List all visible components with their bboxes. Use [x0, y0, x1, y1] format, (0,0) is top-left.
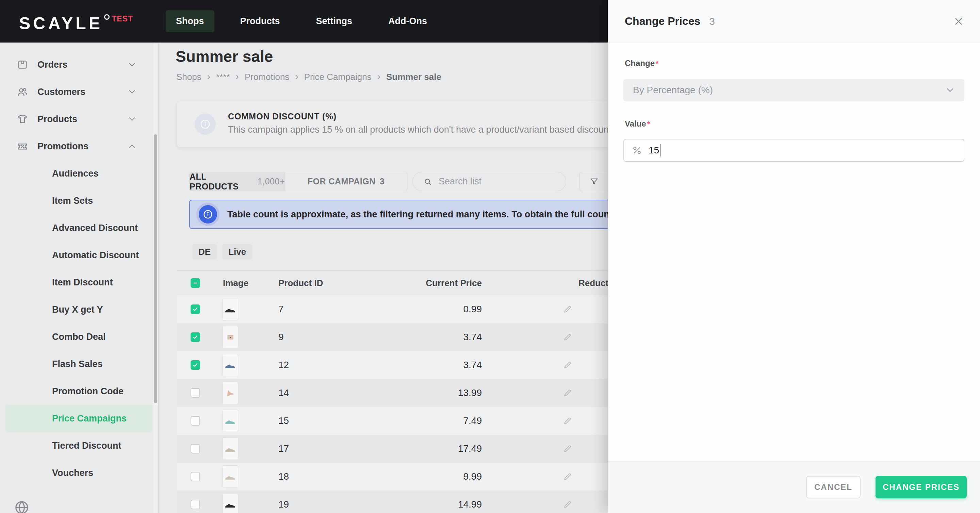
table-row: 1914.99 [177, 491, 663, 513]
select-all-checkbox[interactable] [191, 278, 200, 288]
row-checkbox[interactable] [191, 500, 200, 509]
edit-price-button[interactable] [560, 386, 575, 400]
page-title: Summer sale [176, 47, 273, 66]
globe-icon[interactable] [14, 499, 30, 513]
sidebar-item-flash-sales[interactable]: Flash Sales [5, 350, 153, 378]
sidebar-item-price-campaigns[interactable]: Price Campaigns [5, 405, 153, 432]
edit-price-button[interactable] [560, 469, 575, 484]
value-input-field[interactable]: 15 [624, 139, 964, 162]
sidebar-scrollbar-thumb[interactable] [154, 134, 157, 403]
change-select[interactable]: By Percentage (%) [624, 79, 964, 102]
breadcrumb-separator-icon: › [207, 71, 210, 82]
text-cursor [660, 144, 660, 156]
chevron-down-icon [127, 87, 137, 97]
tab-for-campaign[interactable]: FOR CAMPAIGN3 [285, 172, 407, 191]
scayle-logo-text: SCAYLE [19, 15, 103, 32]
shop-context-chips: DELive [192, 244, 252, 260]
top-nav-add-ons[interactable]: Add-Ons [378, 10, 437, 32]
product-photo [223, 493, 238, 513]
chevron-down-icon [127, 114, 137, 124]
search-input[interactable] [439, 176, 554, 187]
edit-price-button[interactable] [560, 330, 575, 345]
top-nav-products[interactable]: Products [230, 10, 290, 32]
row-checkbox[interactable] [191, 416, 200, 426]
sidebar-item-buy-x-get-y[interactable]: Buy X get Y [5, 296, 153, 323]
sidebar-section-customers[interactable]: Customers [0, 78, 158, 105]
sidebar: OrdersCustomersProductsPromotionsAudienc… [0, 43, 159, 513]
percent-icon [632, 145, 643, 156]
breadcrumb-item-promotions[interactable]: Promotions [245, 72, 290, 82]
table-row: 1717.49 [177, 435, 663, 463]
chevron-down-icon [127, 60, 137, 70]
sidebar-item-tiered-discount[interactable]: Tiered Discount [5, 432, 153, 459]
table-header-row: Image Product ID Current Price Reduction [177, 271, 663, 295]
drawer-footer: CANCEL CHANGE PRICES [608, 461, 980, 513]
current-price-cell: 14.99 [381, 499, 482, 510]
breadcrumb-item-price-campaigns[interactable]: Price Campaigns [304, 72, 372, 82]
sidebar-section-promotions[interactable]: Promotions [0, 133, 158, 160]
breadcrumb-separator-icon: › [236, 71, 239, 82]
table-row: 123.74 [177, 351, 663, 379]
sidebar-item-audiences[interactable]: Audiences [5, 160, 153, 187]
sidebar-section-products[interactable]: Products [0, 105, 158, 133]
sidebar-item-vouchers[interactable]: Vouchers [5, 459, 153, 486]
sidebar-item-combo-deal[interactable]: Combo Deal [5, 323, 153, 350]
notice-text: Table count is approximate, as the filte… [227, 209, 660, 220]
sidebar-item-item-sets[interactable]: Item Sets [5, 187, 153, 214]
tab-label: ALL PRODUCTS [189, 172, 253, 191]
edit-price-button[interactable] [560, 357, 575, 373]
tab-all-products[interactable]: ALL PRODUCTS1,000+ [189, 172, 285, 191]
scayle-logo[interactable]: SCAYLE TEST [19, 11, 133, 32]
change-prices-drawer: Change Prices 3 Change* By Percentage (%… [608, 0, 980, 513]
edit-price-button[interactable] [560, 413, 575, 428]
drawer-header: Change Prices 3 [608, 0, 980, 43]
search-field[interactable] [412, 172, 566, 191]
close-icon[interactable] [953, 16, 964, 27]
sidebar-section-label: Promotions [37, 141, 89, 152]
top-nav-settings[interactable]: Settings [306, 10, 363, 32]
product-photo [223, 410, 238, 432]
row-checkbox[interactable] [191, 360, 200, 370]
top-nav-shops[interactable]: Shops [166, 10, 215, 32]
breadcrumb-item-shops[interactable]: Shops [176, 72, 202, 82]
table-row: 1413.99 [177, 379, 663, 407]
table-row: 93.74 [177, 323, 663, 351]
row-checkbox[interactable] [191, 332, 200, 342]
sidebar-section-label: Customers [37, 87, 86, 97]
breadcrumb-item-summer-sale[interactable]: Summer sale [386, 72, 441, 82]
current-price-cell: 17.49 [381, 443, 482, 454]
cancel-button[interactable]: CANCEL [806, 476, 861, 499]
required-asterisk: * [647, 120, 650, 128]
row-checkbox[interactable] [191, 444, 200, 453]
campaign-card-title: COMMON DISCOUNT (%) [228, 111, 337, 121]
edit-price-button[interactable] [560, 302, 575, 317]
filter-button[interactable] [579, 172, 609, 191]
chip-de[interactable]: DE [192, 244, 217, 260]
current-price-cell: 3.74 [381, 332, 482, 343]
product-id-cell: 9 [278, 332, 284, 343]
change-prices-button[interactable]: CHANGE PRICES [875, 476, 967, 499]
breadcrumb: Shops›****›Promotions›Price Campaigns›Su… [176, 72, 441, 82]
product-photo [223, 465, 238, 488]
required-asterisk: * [656, 59, 659, 68]
product-id-cell: 19 [278, 499, 289, 510]
breadcrumb-item-[interactable]: **** [216, 72, 230, 82]
table-row: 157.49 [177, 407, 663, 435]
sidebar-item-advanced-discount[interactable]: Advanced Discount [5, 214, 153, 241]
sidebar-item-promotion-code[interactable]: Promotion Code [5, 378, 153, 405]
tab-count: 1,000+ [258, 176, 285, 186]
sidebar-scrollbar[interactable] [153, 43, 158, 513]
row-checkbox[interactable] [191, 388, 200, 398]
sidebar-item-automatic-discount[interactable]: Automatic Discount [5, 241, 153, 269]
row-checkbox[interactable] [191, 305, 200, 314]
current-price-cell: 0.99 [381, 304, 482, 314]
edit-price-button[interactable] [560, 497, 575, 512]
env-badge: TEST [111, 14, 133, 24]
sidebar-section-orders[interactable]: Orders [0, 51, 158, 78]
column-header-image: Image [223, 278, 248, 289]
chip-live[interactable]: Live [222, 244, 252, 260]
indeterminate-icon [192, 280, 199, 286]
sidebar-item-item-discount[interactable]: Item Discount [5, 269, 153, 296]
edit-price-button[interactable] [560, 441, 575, 456]
row-checkbox[interactable] [191, 472, 200, 481]
